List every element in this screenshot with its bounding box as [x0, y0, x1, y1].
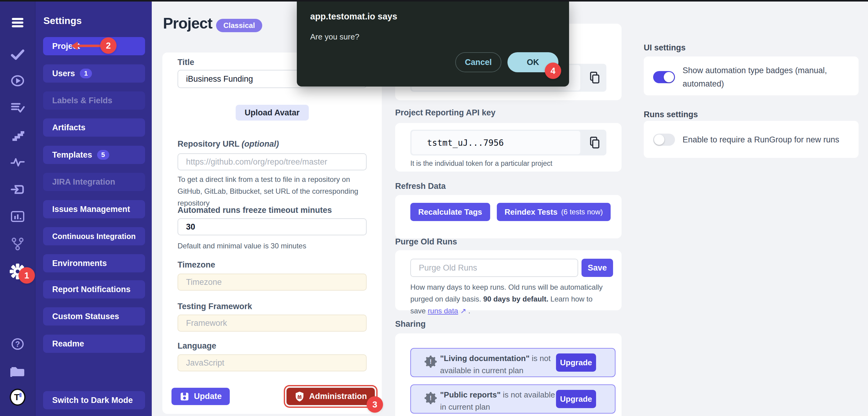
- copy-icon[interactable]: [588, 71, 600, 84]
- administration-button[interactable]: Administration: [286, 388, 375, 405]
- repository-url-label: Repository URL (optional): [178, 139, 279, 149]
- freeze-timeout-label: Automated runs freeze timeout minutes: [178, 206, 332, 215]
- settings-heading: Settings: [43, 15, 82, 26]
- refresh-data-label: Refresh Data: [395, 182, 446, 191]
- project-form-card: Title Upload Avatar Repository URL (opti…: [162, 53, 382, 414]
- cancel-button[interactable]: Cancel: [455, 52, 501, 72]
- users-count-badge: 1: [80, 69, 92, 78]
- analytics-bar-chart-icon[interactable]: [10, 209, 26, 225]
- title-label: Title: [178, 58, 194, 67]
- freeze-timeout-input[interactable]: [178, 218, 367, 235]
- purge-days-input[interactable]: [410, 259, 578, 277]
- save-floppy-icon: [179, 391, 190, 402]
- annotation-step-badge-4: 4: [545, 63, 561, 79]
- classical-mode-badge: Classical: [216, 19, 262, 32]
- sharing-label: Sharing: [395, 320, 426, 329]
- annotation-arrow-left: [70, 40, 102, 52]
- browser-confirm-dialog: app.testomat.io says Are you sure? Cance…: [297, 0, 569, 87]
- api-key-box: tstmt_uJ...7956: [410, 130, 607, 155]
- dialog-title: app.testomat.io says: [310, 11, 397, 22]
- ui-settings-card: Show automation type badges (manual, aut…: [644, 57, 859, 95]
- test-plans-list-check-icon[interactable]: [10, 100, 26, 116]
- reporting-api-key-label: Project Reporting API key: [395, 108, 496, 118]
- update-button[interactable]: Update: [172, 388, 230, 405]
- pulse-activity-icon[interactable]: [10, 154, 26, 170]
- tests-check-icon[interactable]: [10, 47, 26, 62]
- recalculate-tags-button[interactable]: Recalculate Tags: [410, 203, 490, 221]
- settings-sidebar: Settings Project Users1 Labels & Fields …: [35, 0, 152, 416]
- sidebar-item-templates[interactable]: Templates5: [43, 146, 145, 164]
- testing-framework-input[interactable]: [178, 315, 367, 332]
- refresh-data-card: Recalculate Tags Reindex Tests (6 tests …: [395, 195, 622, 238]
- svg-text:?: ?: [15, 339, 20, 349]
- runs-settings-card: Enable to require a RunGroup for new run…: [644, 121, 859, 158]
- reindex-tests-note: (6 tests now): [561, 208, 603, 216]
- window-top-edge: [0, 0, 868, 2]
- copy-icon[interactable]: [588, 136, 600, 149]
- plan-warning-seal-icon: !: [424, 355, 437, 368]
- upsell-text: "Living documentation" is not available …: [440, 352, 561, 377]
- upsell-text: "Public reports" is not available in cur…: [440, 389, 561, 413]
- sidebar-item-jira-integration[interactable]: JIRA Integration: [43, 173, 145, 191]
- automation-badges-toggle-text: Show automation type badges (manual, aut…: [683, 64, 843, 90]
- dark-mode-toggle-button[interactable]: Switch to Dark Mode: [43, 391, 145, 409]
- reindex-tests-button[interactable]: Reindex Tests (6 tests now): [497, 203, 611, 221]
- public-reports-upsell: ! "Public reports" is not available in c…: [410, 384, 616, 414]
- svg-text:!: !: [429, 358, 432, 365]
- rungroup-required-toggle[interactable]: [653, 133, 675, 146]
- runs-data-link[interactable]: runs data: [428, 307, 458, 315]
- annotation-step-badge-3: 3: [367, 396, 383, 413]
- upload-avatar-button[interactable]: Upload Avatar: [236, 105, 309, 121]
- automation-badges-toggle[interactable]: [653, 71, 675, 83]
- language-label: Language: [178, 341, 216, 351]
- page-title: Project: [163, 14, 212, 32]
- freeze-timeout-help: Default and minimal value is 30 minutes: [178, 240, 368, 252]
- annotation-step-badge-2: 2: [100, 37, 117, 54]
- app-root: ? T 1 Settings Project Users1 Labels & F…: [0, 0, 868, 416]
- rungroup-required-toggle-text: Enable to require a RunGroup for new run…: [683, 133, 851, 146]
- runs-settings-label: Runs settings: [644, 110, 698, 119]
- svg-text:!: !: [429, 394, 432, 402]
- sidebar-item-issues-management[interactable]: Issues Management: [43, 200, 145, 218]
- purge-old-runs-card: Save How many days to keep runs. Old run…: [395, 250, 622, 310]
- runs-play-icon[interactable]: [10, 73, 26, 89]
- help-question-icon[interactable]: ?: [10, 336, 26, 352]
- timezone-input[interactable]: [178, 274, 367, 291]
- plan-warning-seal-icon: !: [424, 392, 437, 405]
- sidebar-item-report-notifications[interactable]: Report Notifications: [43, 280, 145, 298]
- api-key-help: It is the individual token for a particu…: [410, 157, 552, 170]
- dialog-message: Are you sure?: [310, 32, 359, 41]
- purge-help: How many days to keep runs. Old runs wil…: [410, 281, 606, 317]
- admin-shield-icon: [294, 391, 305, 402]
- purge-old-runs-label: Purge Old Runs: [395, 237, 457, 246]
- sidebar-item-continuous-integration[interactable]: Continuous Integration: [43, 227, 145, 245]
- icon-rail: ? T 1: [0, 0, 35, 416]
- reporting-api-key-card: tstmt_uJ...7956 It is the individual tok…: [395, 123, 622, 172]
- hamburger-menu-icon[interactable]: [10, 15, 26, 31]
- sidebar-item-labels-fields[interactable]: Labels & Fields: [43, 91, 145, 110]
- templates-count-badge: 5: [97, 150, 109, 160]
- repository-url-input[interactable]: [178, 153, 367, 170]
- milestones-steps-icon[interactable]: [10, 127, 26, 143]
- timezone-label: Timezone: [178, 260, 215, 270]
- optional-hint: (optional): [242, 139, 279, 148]
- sidebar-item-custom-statuses[interactable]: Custom Statuses: [43, 307, 145, 326]
- projects-folder-icon[interactable]: [10, 363, 26, 379]
- language-input[interactable]: [178, 354, 367, 372]
- sidebar-item-artifacts[interactable]: Artifacts: [43, 118, 145, 137]
- sidebar-item-environments[interactable]: Environments: [43, 254, 145, 272]
- import-exit-icon[interactable]: [10, 182, 26, 197]
- ui-settings-label: UI settings: [644, 43, 686, 53]
- api-key-value: tstmt_uJ...7956: [427, 138, 504, 148]
- repository-url-help: To get a direct link from a test to file…: [178, 173, 368, 209]
- save-button[interactable]: Save: [582, 259, 613, 277]
- sidebar-item-users[interactable]: Users1: [43, 64, 145, 83]
- upgrade-button[interactable]: Upgrade: [556, 353, 596, 372]
- workspace-avatar[interactable]: T: [10, 389, 26, 405]
- git-branch-icon[interactable]: [10, 236, 26, 252]
- living-documentation-upsell: ! "Living documentation" is not availabl…: [410, 348, 616, 377]
- annotation-step-badge-1: 1: [19, 267, 35, 284]
- sharing-card: ! "Living documentation" is not availabl…: [395, 333, 622, 416]
- upgrade-button[interactable]: Upgrade: [556, 390, 596, 408]
- sidebar-item-readme[interactable]: Readme: [43, 335, 145, 353]
